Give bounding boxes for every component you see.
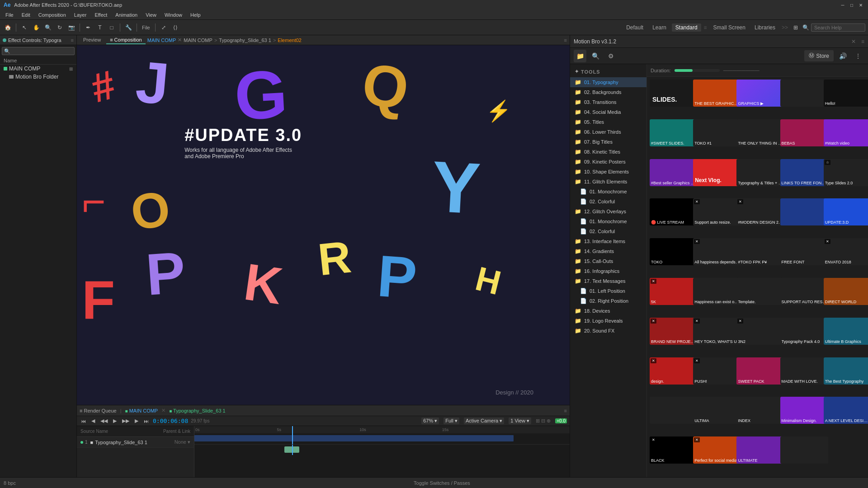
tb-extra2[interactable]: ⟨⟩ — [170, 23, 180, 33]
mb-card-42[interactable]: INDEX — [736, 397, 785, 424]
mb-sidebar-item-devices[interactable]: 📁18. Devices — [570, 306, 646, 316]
mb-card-20[interactable]: TOKO — [650, 238, 698, 265]
mb-card-21[interactable]: All happiness depends on courage and wor… — [693, 238, 741, 265]
mb-sidebar-item-sound-fx[interactable]: 📁20. Sound FX — [570, 326, 646, 336]
close-button[interactable]: ✕ — [857, 1, 864, 9]
mb-sidebar-item-infographics[interactable]: 📁16. Infographics — [570, 266, 646, 276]
next-keyframe-btn[interactable]: ▶▶ — [121, 418, 131, 424]
search-input[interactable] — [811, 23, 865, 32]
current-time[interactable]: 0:00:06:08 — [153, 418, 188, 424]
arrow-tool[interactable]: ↖ — [19, 23, 29, 33]
mb-card-24[interactable]: ENVATO 2018✕ — [824, 238, 868, 265]
mb-search-btn[interactable]: 🔍 — [589, 50, 602, 62]
mb-sidebar-item-text-messages[interactable]: 📁17. Text Messages — [570, 276, 646, 286]
mb-card-35[interactable]: design.✕ — [650, 357, 698, 385]
mb-sidebar-item-glitch-overlays[interactable]: 📁12. Glitch Overlays — [570, 206, 646, 216]
mb-card-0[interactable]: SLIDES.★ — [650, 80, 698, 107]
first-frame-btn[interactable]: ⏮ — [80, 418, 87, 424]
mb-card-26[interactable]: Happiness can exist only in acceptance. — [693, 278, 741, 305]
pen-tool[interactable]: ✒ — [83, 23, 93, 33]
main-comp-tab[interactable]: ■ MAIN COMP — [125, 408, 158, 413]
mb-sidebar-item-transitions[interactable]: 📁03. Transitions — [570, 97, 646, 107]
mb-sidebar-item-social-media[interactable]: 📁04. Social Media — [570, 107, 646, 117]
mb-card-14[interactable]: Type Slides 2.0☆ — [824, 159, 868, 186]
work-area-bar[interactable] — [194, 435, 514, 441]
mb-card-13[interactable]: LINKS TO FREE FONTS ARE INCLUDED. — [780, 159, 829, 186]
menu-layer[interactable]: Layer — [71, 11, 90, 19]
mb-close-icon[interactable]: ✕ — [851, 38, 856, 45]
minimize-button[interactable]: ─ — [839, 1, 846, 9]
mb-card-4[interactable]: Hello! — [824, 80, 868, 107]
mb-card-12[interactable]: Typography & Titles + Free + Auto... — [736, 159, 785, 186]
track-timeline[interactable]: 0s 5s 10s 15s — [194, 426, 570, 477]
mb-sidebar-item-colorful1[interactable]: 📄02. Colorful — [570, 197, 646, 206]
mb-card-29[interactable]: DIRECT WORLD — [824, 278, 868, 305]
motion-bro-folder-item[interactable]: Motion Bro Folder — [0, 73, 76, 81]
comp-header-menu[interactable]: ≡ — [564, 38, 567, 43]
mb-card-46[interactable]: Perfect for social media✕ — [693, 436, 741, 464]
mb-card-18[interactable] — [780, 198, 829, 225]
hand-tool[interactable]: ✋ — [31, 23, 41, 33]
comp-name-tab[interactable]: MAIN COMP — [147, 38, 176, 43]
mb-card-15[interactable]: 🔴 LIVE STREAM — [650, 198, 698, 225]
mb-sidebar-item-logo-reveals[interactable]: 📁19. Logo Reveals — [570, 316, 646, 326]
workspace-default[interactable]: Default — [623, 23, 647, 32]
mb-card-10[interactable]: #Best seller Graphics pack.★ — [650, 159, 698, 186]
preview-tab[interactable]: Preview — [80, 36, 104, 44]
mb-card-8[interactable]: BEBAS — [780, 119, 829, 146]
mb-card-23[interactable]: FREE FONT — [780, 238, 829, 265]
tb-extra1[interactable]: ⤢ — [159, 23, 169, 33]
mb-card-3[interactable] — [780, 80, 829, 107]
mb-card-41[interactable]: ULTIMA — [693, 397, 741, 424]
mb-card-17[interactable]: #MODERN DESIGN 2019✕ — [736, 198, 785, 225]
timeline-menu[interactable]: ≡ — [564, 408, 567, 413]
mb-card-9[interactable]: #Watch video — [824, 119, 868, 146]
rotate-tool[interactable]: ↻ — [55, 23, 65, 33]
comp-tab[interactable]: ≡ Composition — [106, 36, 146, 44]
mb-settings-btn[interactable]: ⚙ — [604, 50, 617, 62]
mb-sidebar-item-monochrome2[interactable]: 📄01. Monochrome — [570, 216, 646, 226]
shape-tool[interactable]: □ — [107, 23, 117, 33]
render-queue-tab[interactable]: ≡ Render Queue — [80, 408, 117, 413]
menu-view[interactable]: View — [142, 11, 160, 19]
mb-sidebar-item-monochrome1[interactable]: 📄01. Monochrome — [570, 187, 646, 197]
playhead[interactable] — [292, 426, 293, 433]
mb-sidebar-item-glitch-elements[interactable]: 📁11. Glitch Elements — [570, 177, 646, 187]
mb-sidebar-item-gradients[interactable]: 📁14. Gradients — [570, 246, 646, 256]
mb-menu-icon[interactable]: ≡ — [861, 38, 864, 45]
mb-card-16[interactable]: Support auto resize.✕ — [693, 198, 741, 225]
quality-select[interactable]: Full ▾ — [443, 418, 459, 424]
layer-row[interactable]: 1 ■ Typography_Slide_63 1 None ▾ — [77, 437, 194, 448]
mb-card-37[interactable]: SWEET PACK — [736, 357, 785, 385]
menu-edit[interactable]: Edit — [18, 11, 34, 19]
responsive-btn[interactable]: ⊞ — [791, 23, 801, 33]
mb-sidebar-item-lower-thirds[interactable]: 📁06. Lower Thirds — [570, 127, 646, 137]
mb-card-7[interactable]: THE ONLY THING IN LIFE WITHOUT EFFORT IS… — [736, 119, 785, 146]
mb-card-48[interactable] — [780, 436, 829, 464]
mb-sidebar-item-shape-elements[interactable]: 📁10. Shape Elements — [570, 167, 646, 177]
mb-card-38[interactable]: MADE WITH LOVE. — [780, 357, 829, 385]
typography-slide-tab[interactable]: ■ Typography_Slide_63 1 — [169, 408, 226, 413]
mb-card-32[interactable]: 3N2✕ — [736, 318, 785, 345]
mb-extra-btn[interactable]: ⋮ — [852, 50, 864, 62]
mb-volume-btn[interactable]: 🔊 — [836, 50, 849, 62]
mb-card-34[interactable]: Ultimate B Graphics — [824, 318, 868, 345]
menu-animation[interactable]: Animation — [112, 11, 141, 19]
camera-select[interactable]: Active Camera ▾ — [464, 418, 504, 424]
mb-card-25[interactable]: 5K✕ — [650, 278, 698, 305]
prev-frame-btn[interactable]: ◀ — [90, 418, 96, 424]
main-comp-item[interactable]: MAIN COMP ⊞ — [0, 65, 76, 73]
mb-sidebar-item-typography[interactable]: 📁01. Typography — [570, 77, 646, 87]
views-select[interactable]: 1 View ▾ — [509, 418, 531, 424]
mb-sidebar-item-big-titles[interactable]: 📁07. Big Titles — [570, 137, 646, 147]
mb-card-2[interactable]: GRAPHICS ▶ — [736, 80, 785, 107]
mb-folder-btn[interactable]: 📁 — [574, 50, 586, 62]
mb-sidebar-item-kinetic-posters[interactable]: 📁09. Kinetic Posters — [570, 157, 646, 167]
bc-main-comp[interactable]: MAIN COMP — [184, 38, 212, 43]
play-btn[interactable]: ▶ — [112, 418, 118, 424]
mb-card-19[interactable]: UPDATE:3.D — [824, 198, 868, 225]
prev-keyframe-btn[interactable]: ◀◀ — [99, 418, 109, 424]
expand-icon[interactable]: ⊞ — [69, 66, 73, 71]
mb-card-33[interactable]: Typography Pack 4.0 — [780, 318, 829, 345]
mb-card-44[interactable]: A NEXT LEVEL DESIGN STUDIO. — [824, 397, 868, 424]
